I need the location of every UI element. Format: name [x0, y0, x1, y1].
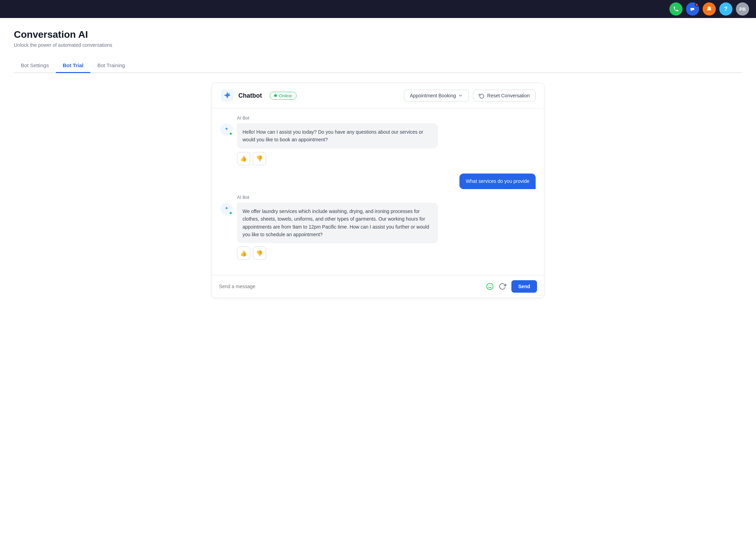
user-avatar-btn[interactable]: PB — [736, 2, 749, 16]
reset-conversation-label: Reset Conversation — [487, 93, 530, 98]
page-title: Conversation AI — [14, 29, 742, 40]
svg-point-2 — [487, 283, 493, 290]
thumbs-up-button-1[interactable]: 👍 — [237, 152, 250, 165]
bot-online-dot-1 — [229, 132, 232, 135]
top-nav: ? PB — [0, 0, 756, 18]
send-button[interactable]: Send — [511, 280, 537, 293]
chat-input-area: Send — [212, 275, 544, 298]
appointment-booking-button[interactable]: Appointment Booking — [404, 90, 469, 101]
feedback-buttons-1: 👍 👎 — [237, 152, 536, 165]
chatbot-sparkle-icon — [220, 89, 234, 103]
message-input[interactable] — [219, 284, 481, 289]
bot-message-row-1: Hello! How can I assist you today? Do yo… — [220, 123, 536, 149]
user-bubble-1: What services do you provide — [459, 174, 536, 189]
feedback-buttons-2: 👍 👎 — [237, 247, 536, 260]
thumbs-up-button-2[interactable]: 👍 — [237, 247, 250, 260]
notification-dot — [695, 3, 698, 7]
bot-sender-label-1: AI Bot — [220, 115, 536, 121]
bell-icon-btn[interactable] — [703, 2, 716, 16]
appointment-booking-label: Appointment Booking — [410, 93, 456, 98]
svg-point-1 — [228, 93, 230, 95]
tab-bot-training[interactable]: Bot Training — [90, 59, 132, 72]
reset-conversation-button[interactable]: Reset Conversation — [473, 90, 536, 101]
chat-messages-area[interactable]: AI Bot Hello! How can I assist you today… — [212, 108, 544, 275]
bot-online-dot-2 — [229, 211, 232, 215]
online-status-badge: Online — [270, 92, 297, 100]
chatbot-name: Chatbot — [238, 92, 262, 99]
online-indicator-dot — [274, 94, 277, 97]
bot-bubble-2: We offer laundry services which include … — [237, 203, 438, 243]
chat-header-right: Appointment Booking Reset Conversation — [404, 90, 536, 101]
page-subtitle: Unlock the power of automated conversati… — [14, 42, 742, 48]
thumbs-down-button-1[interactable]: 👎 — [253, 152, 266, 165]
phone-icon-btn[interactable] — [669, 2, 683, 16]
chat-wrapper: Chatbot Online Appointment Booking — [212, 83, 544, 298]
message-group-2: AI Bot We offer laundry services which i… — [220, 195, 536, 260]
online-status-text: Online — [279, 93, 292, 98]
tabs-container: Bot Settings Bot Trial Bot Training — [14, 59, 742, 73]
help-icon-btn[interactable]: ? — [719, 2, 732, 16]
thumbs-down-button-2[interactable]: 👎 — [253, 247, 266, 260]
chat-header: Chatbot Online Appointment Booking — [212, 83, 544, 108]
bot-sender-label-2: AI Bot — [220, 195, 536, 200]
chat-header-left: Chatbot Online — [220, 89, 297, 103]
message-group-1: AI Bot Hello! How can I assist you today… — [220, 115, 536, 165]
input-icons — [485, 282, 507, 291]
emoji-icon-btn[interactable] — [485, 282, 495, 291]
refresh-icon-btn[interactable] — [498, 282, 507, 291]
bot-avatar-1 — [220, 123, 233, 136]
tab-bot-trial[interactable]: Bot Trial — [56, 59, 90, 72]
user-message-row-1: What services do you provide — [220, 174, 536, 189]
bot-bubble-1: Hello! How can I assist you today? Do yo… — [237, 123, 438, 149]
bot-avatar-2 — [220, 203, 233, 215]
tab-bot-settings[interactable]: Bot Settings — [14, 59, 56, 72]
megaphone-icon-btn[interactable] — [686, 2, 699, 16]
bot-message-row-2: We offer laundry services which include … — [220, 203, 536, 243]
page-content: Conversation AI Unlock the power of auto… — [0, 18, 756, 312]
